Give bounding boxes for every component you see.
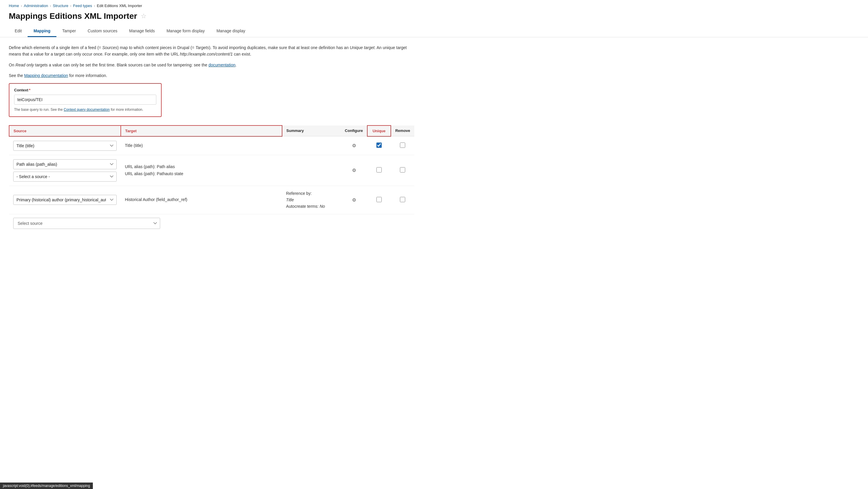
select-source-row: Select source bbox=[9, 214, 414, 233]
configure-gear-icon-3[interactable]: ⚙ bbox=[352, 197, 356, 203]
breadcrumb-sep-4: › bbox=[94, 3, 95, 8]
context-required: * bbox=[29, 88, 30, 92]
breadcrumb-home[interactable]: Home bbox=[9, 3, 19, 8]
table-row: Title (title) Title (title) ⚙ bbox=[9, 136, 414, 155]
table-row: Primary (historical) author (primary_his… bbox=[9, 186, 414, 214]
table-row: Path alias (path_alias) - Select a sourc… bbox=[9, 155, 414, 186]
breadcrumb-sep-2: › bbox=[50, 3, 51, 8]
context-input[interactable] bbox=[14, 95, 156, 104]
page-title: Mappings Editions XML Importer bbox=[9, 11, 137, 21]
source-select-3[interactable]: Primary (historical) author (primary_his… bbox=[13, 195, 117, 205]
configure-cell-2: ⚙ bbox=[341, 155, 367, 186]
mapping-documentation-link[interactable]: Mapping documentation bbox=[24, 73, 68, 78]
remove-checkbox-3[interactable] bbox=[400, 197, 405, 202]
configure-gear-icon-2[interactable]: ⚙ bbox=[352, 168, 356, 173]
tab-manage-fields[interactable]: Manage fields bbox=[123, 26, 161, 37]
page-title-row: Mappings Editions XML Importer ☆ bbox=[0, 11, 868, 26]
configure-gear-icon-1[interactable]: ⚙ bbox=[352, 143, 356, 148]
description-block-2: On Read only targets a value can only be… bbox=[9, 62, 414, 68]
breadcrumb-feedtypes[interactable]: Feed types bbox=[73, 3, 92, 8]
th-configure: Configure bbox=[341, 125, 367, 136]
configure-cell-1: ⚙ bbox=[341, 136, 367, 155]
th-source: Source bbox=[9, 125, 121, 136]
context-box: Context* The base query to run. See the … bbox=[9, 83, 162, 117]
summary-cell-1 bbox=[282, 136, 341, 155]
target-text-1: Title (title) bbox=[125, 143, 143, 148]
th-summary: Summary bbox=[282, 125, 341, 136]
target-cell-3: Historical Author (field_author_ref) bbox=[121, 186, 282, 214]
breadcrumb: Home › Administration › Structure › Feed… bbox=[0, 0, 868, 11]
unique-cell-2 bbox=[367, 155, 391, 186]
th-remove: Remove bbox=[391, 125, 414, 136]
tabs-nav: Edit Mapping Tamper Custom sources Manag… bbox=[0, 26, 868, 37]
source-cell-2: Path alias (path_alias) - Select a sourc… bbox=[9, 155, 121, 186]
breadcrumb-current: Edit Editions XML Importer bbox=[97, 3, 142, 8]
main-content: Define which elements of a single item o… bbox=[0, 37, 423, 240]
tab-mapping[interactable]: Mapping bbox=[28, 26, 56, 37]
context-hint: The base query to run. See the Context q… bbox=[14, 107, 156, 112]
select-source-cell: Select source bbox=[9, 214, 414, 233]
description-block-3: See the Mapping documentation for more i… bbox=[9, 72, 414, 79]
unique-checkbox-1[interactable] bbox=[376, 143, 382, 148]
target-cell-1: Title (title) bbox=[121, 136, 282, 155]
target-text-2: URL alias (path): Path alias URL alias (… bbox=[125, 163, 278, 178]
breadcrumb-sep-1: › bbox=[21, 3, 22, 8]
th-target: Target bbox=[121, 125, 282, 136]
remove-checkbox-1[interactable] bbox=[400, 143, 405, 148]
context-label: Context* bbox=[14, 88, 156, 92]
breadcrumb-structure[interactable]: Structure bbox=[53, 3, 68, 8]
tab-custom-sources[interactable]: Custom sources bbox=[82, 26, 123, 37]
unique-checkbox-2[interactable] bbox=[376, 167, 382, 173]
remove-cell-2 bbox=[391, 155, 414, 186]
tab-manage-display[interactable]: Manage display bbox=[211, 26, 251, 37]
th-unique: Unique bbox=[367, 125, 391, 136]
unique-cell-1 bbox=[367, 136, 391, 155]
documentation-link[interactable]: documentation bbox=[208, 63, 236, 67]
source-select-1[interactable]: Title (title) bbox=[13, 141, 117, 151]
description-block-1: Define which elements of a single item o… bbox=[9, 44, 414, 58]
favorite-icon[interactable]: ☆ bbox=[141, 12, 147, 20]
context-query-doc-link[interactable]: Context query documentation bbox=[64, 108, 110, 112]
source-cell-3: Primary (historical) author (primary_his… bbox=[9, 186, 121, 214]
summary-cell-2 bbox=[282, 155, 341, 186]
target-text-3: Historical Author (field_author_ref) bbox=[125, 197, 187, 202]
breadcrumb-admin[interactable]: Administration bbox=[24, 3, 48, 8]
unique-cell-3 bbox=[367, 186, 391, 214]
source-cell-1: Title (title) bbox=[9, 136, 121, 155]
source-select-2b[interactable]: - Select a source - bbox=[13, 172, 117, 182]
configure-cell-3: ⚙ bbox=[341, 186, 367, 214]
tab-tamper[interactable]: Tamper bbox=[56, 26, 82, 37]
mapping-table: Source Target Summary Configure Unique R… bbox=[9, 125, 414, 233]
source-select-2a[interactable]: Path alias (path_alias) bbox=[13, 159, 117, 169]
source-select-wrap-2: Path alias (path_alias) - Select a sourc… bbox=[13, 159, 117, 182]
breadcrumb-sep-3: › bbox=[70, 3, 71, 8]
unique-checkbox-3[interactable] bbox=[376, 197, 382, 202]
remove-cell-1 bbox=[391, 136, 414, 155]
summary-cell-3: Reference by: Title Autocreate terms: No bbox=[282, 186, 341, 214]
select-source-dropdown[interactable]: Select source bbox=[13, 218, 160, 229]
remove-cell-3 bbox=[391, 186, 414, 214]
tab-manage-form-display[interactable]: Manage form display bbox=[161, 26, 211, 37]
target-cell-2: URL alias (path): Path alias URL alias (… bbox=[121, 155, 282, 186]
tab-edit[interactable]: Edit bbox=[9, 26, 28, 37]
remove-checkbox-2[interactable] bbox=[400, 167, 405, 173]
